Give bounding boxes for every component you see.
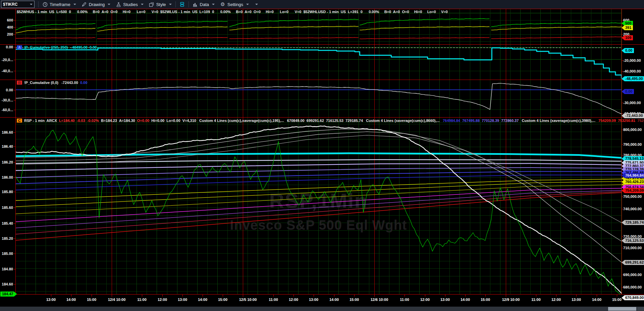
style-icon bbox=[149, 2, 154, 7]
chevron-down-icon bbox=[169, 4, 172, 5]
info-segment: RSP - 1 min ARCX bbox=[24, 119, 59, 123]
scale-tick bbox=[622, 287, 623, 287]
chart-link-button[interactable] bbox=[177, 0, 187, 8]
time-axis[interactable]: 13:0014:0015:0012/4 10:0011:0012:0013:00… bbox=[0, 294, 644, 307]
scale-tick bbox=[622, 236, 623, 237]
axis-tick bbox=[71, 295, 71, 297]
axis-time-label: 12:00 bbox=[158, 298, 167, 302]
info-row-main: CRSP - 1 min ARCX L=184.40 -0.03 -0.02% … bbox=[17, 119, 644, 123]
flask-icon bbox=[116, 2, 121, 7]
symbol-value: $TIKRC bbox=[3, 2, 17, 7]
scale-tick bbox=[14, 60, 15, 60]
chevron-down-icon bbox=[246, 4, 249, 5]
price-badge: 699,291.62 bbox=[622, 260, 644, 265]
settings-menu[interactable]: ⚙ Settings bbox=[217, 0, 252, 8]
timeframe-menu[interactable]: Timeframe bbox=[40, 0, 79, 8]
main-toolbar: $TIKRC Timeframe Drawing Studies Style bbox=[0, 0, 644, 9]
info-segment: 729185.74 bbox=[345, 119, 366, 123]
chevron-down-icon bbox=[73, 4, 76, 5]
scale-tick bbox=[14, 100, 15, 100]
axis-tick bbox=[576, 295, 577, 297]
scale-tick bbox=[14, 110, 15, 110]
scale-label: 800,000.00 bbox=[623, 127, 642, 132]
series-52wk-highs-s3 bbox=[229, 19, 359, 27]
scale-tick bbox=[622, 103, 623, 103]
axis-tick bbox=[243, 295, 243, 297]
price-badge: -72,443.00 bbox=[622, 113, 644, 118]
series-p-cumulative bbox=[15, 83, 622, 114]
horizontal-scrollbar[interactable] bbox=[0, 307, 644, 311]
axis-tick bbox=[334, 295, 334, 297]
scale-tick bbox=[14, 238, 15, 239]
scale-tick bbox=[14, 223, 15, 224]
axis-tick bbox=[485, 295, 486, 297]
panel-separator[interactable] bbox=[0, 80, 644, 80]
series-52wk-hl-s5 bbox=[491, 27, 622, 30]
scale-tick bbox=[14, 90, 15, 90]
info-segment: L=184.40 -0.03 -0.02% bbox=[59, 119, 101, 123]
series-52wk-highs-s4 bbox=[360, 18, 489, 25]
scale-tick bbox=[622, 71, 623, 72]
axis-time-label: 15:00 bbox=[87, 298, 96, 302]
plot-52week bbox=[15, 9, 622, 44]
scale-label: 186.20 bbox=[2, 160, 13, 165]
scale-label: 185.40 bbox=[2, 221, 13, 226]
studies-menu[interactable]: Studies bbox=[113, 0, 146, 8]
panel-main-price[interactable] bbox=[15, 118, 622, 294]
chart-region: RSP,1Min Invesco S&P 500 Eql Wght $52WHU… bbox=[0, 9, 644, 311]
right-price-scale[interactable]: 600200-20,000.00-40,000.00-30,000.00-60,… bbox=[622, 9, 644, 306]
axis-tick bbox=[506, 295, 506, 297]
scale-tick bbox=[14, 27, 15, 28]
panel-p-cumulative[interactable] bbox=[15, 80, 622, 118]
info-row-ip-cumulative: A!P_Cumulative (250,-250) -48495.00 0.00 bbox=[17, 45, 97, 49]
axis-tick bbox=[465, 295, 466, 297]
scrollbar-thumb[interactable] bbox=[608, 307, 636, 311]
info-segment: 770128.39 bbox=[482, 119, 501, 123]
left-price-scale[interactable]: 6004002000.00-20,0...-40,0...0.00-30,0..… bbox=[0, 9, 15, 306]
scale-tick bbox=[622, 34, 623, 35]
info-segment: Custom 4 Lines (cum(c),xaverage(cum(c),1… bbox=[199, 119, 287, 123]
series-52wk-lows-s5 bbox=[491, 37, 622, 39]
drawing-menu[interactable]: Drawing bbox=[79, 0, 113, 8]
style-menu[interactable]: Style bbox=[146, 0, 174, 8]
study-box-label: B bbox=[17, 81, 22, 85]
axis-tick bbox=[405, 295, 405, 297]
style-label: Style bbox=[156, 2, 166, 7]
scale-tick bbox=[14, 284, 15, 284]
scale-tick bbox=[14, 47, 15, 47]
scrollbar-corner bbox=[637, 307, 644, 311]
axis-tick bbox=[597, 295, 597, 297]
data-menu[interactable]: Data bbox=[190, 0, 217, 8]
price-badge: 391 bbox=[622, 25, 633, 30]
chevron-down-icon bbox=[212, 4, 215, 5]
toolbar-divider bbox=[189, 1, 189, 7]
axis-tick bbox=[51, 295, 51, 297]
axis-tick bbox=[354, 295, 355, 297]
series-52wk-lows-s4 bbox=[360, 38, 489, 39]
series-band-pale bbox=[15, 160, 622, 164]
axis-tick bbox=[273, 295, 274, 297]
info-segment: 764984.84 bbox=[443, 119, 462, 123]
series-52wk-hl-s2 bbox=[97, 27, 228, 31]
panel-ip-cumulative[interactable] bbox=[15, 44, 622, 80]
axis-time-label: 13:00 bbox=[309, 298, 318, 302]
scale-tick bbox=[622, 144, 623, 145]
panel-separator[interactable] bbox=[0, 44, 644, 45]
axis-tick bbox=[162, 295, 163, 297]
axis-time-label: 15:00 bbox=[350, 298, 359, 302]
axis-tick bbox=[203, 295, 203, 297]
toolbar-overflow-button[interactable] bbox=[252, 0, 261, 8]
symbol-input[interactable]: $TIKRC bbox=[1, 1, 35, 8]
scale-tick bbox=[14, 208, 15, 208]
chevron-down-icon bbox=[141, 4, 144, 5]
axis-time-label: 14:00 bbox=[592, 298, 601, 302]
panel-separator[interactable] bbox=[0, 117, 644, 118]
series-band-red bbox=[15, 193, 622, 240]
axis-time-label: 14:00 bbox=[198, 298, 207, 302]
panel-52week-highs-lows[interactable] bbox=[15, 9, 622, 44]
axis-time-label: 11:00 bbox=[531, 298, 541, 302]
scale-label: 600 bbox=[7, 18, 13, 23]
drawing-label: Drawing bbox=[89, 2, 105, 7]
scale-tick bbox=[14, 162, 15, 163]
price-badge: 764,984.84 bbox=[622, 173, 644, 178]
